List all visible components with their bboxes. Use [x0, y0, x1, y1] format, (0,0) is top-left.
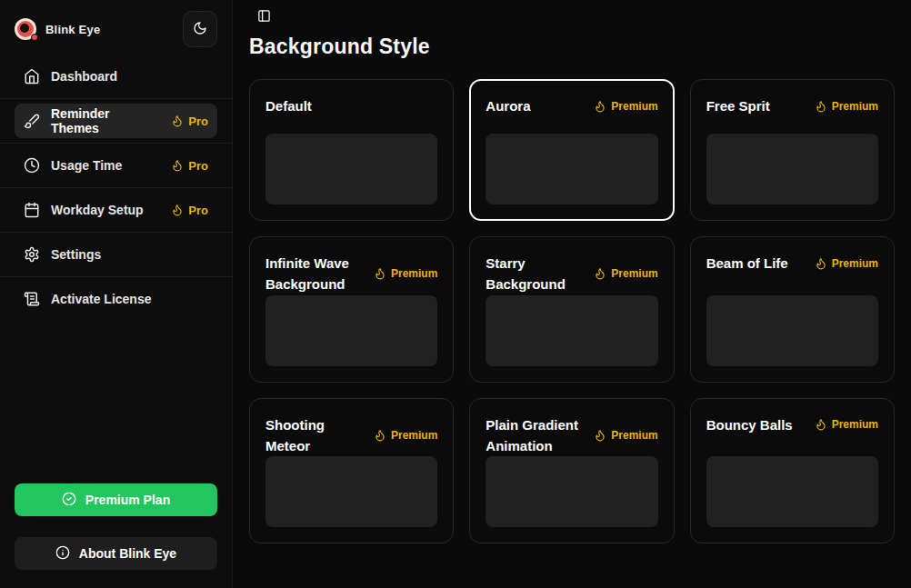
- theme-card-title: Beam of Life: [706, 253, 807, 274]
- theme-card-title: Infinite Wave Background: [265, 253, 366, 295]
- calendar-icon: [24, 202, 40, 218]
- divider: [0, 276, 232, 277]
- premium-plan-button[interactable]: Premium Plan: [15, 483, 217, 516]
- premium-badge: Premium: [374, 267, 437, 280]
- theme-preview: [706, 456, 878, 527]
- flame-icon: [594, 100, 606, 113]
- theme-card-aurora[interactable]: Aurora Premium: [469, 79, 674, 221]
- theme-preview: [265, 456, 437, 527]
- paintbrush-icon: [24, 113, 40, 129]
- sidebar-footer: Premium Plan About Blink Eye: [15, 483, 217, 570]
- page-title: Background Style: [249, 35, 895, 59]
- sidebar-item-label: Activate License: [51, 292, 152, 306]
- theme-card-shooting-meteor[interactable]: Shooting Meteor Premium: [249, 398, 454, 544]
- flame-icon: [171, 115, 184, 127]
- theme-card-title: Aurora: [486, 95, 586, 116]
- sidebar-item-dashboard[interactable]: Dashboard: [15, 59, 217, 94]
- theme-preview: [486, 456, 657, 527]
- sidebar-item-label: Usage Time: [51, 158, 122, 173]
- clock-icon: [24, 157, 40, 174]
- theme-card-free-sprit[interactable]: Free Sprit Premium: [690, 79, 895, 221]
- divider: [0, 187, 232, 188]
- sidebar-item-usage-time[interactable]: Usage Time Pro: [15, 148, 217, 183]
- sidebar-item-settings[interactable]: Settings: [15, 237, 217, 272]
- brand-name: Blink Eye: [45, 23, 100, 36]
- theme-card-title: Free Sprit: [706, 95, 807, 116]
- flame-icon: [815, 257, 827, 270]
- check-circle-icon: [62, 492, 76, 509]
- premium-badge: Premium: [815, 100, 878, 113]
- theme-card-starry-background[interactable]: Starry Background Premium: [469, 236, 674, 383]
- theme-preview: [706, 295, 878, 366]
- flame-icon: [374, 267, 386, 280]
- theme-preview: [486, 134, 657, 204]
- premium-badge: Premium: [815, 418, 878, 431]
- premium-badge: Premium: [594, 267, 657, 280]
- moon-icon: [193, 21, 207, 38]
- home-icon: [24, 68, 40, 85]
- brand: Blink Eye: [15, 18, 100, 40]
- theme-card-title: Plain Gradient Animation: [486, 414, 586, 457]
- sidebar-item-label: Workday Setup: [51, 203, 144, 217]
- divider: [0, 232, 232, 233]
- theme-card-infinite-wave-background[interactable]: Infinite Wave Background Premium: [249, 236, 454, 383]
- sidebar-nav: Dashboard Reminder Themes Pro Usage Time…: [15, 55, 217, 321]
- theme-card-beam-of-life[interactable]: Beam of Life Premium: [690, 236, 895, 383]
- flame-icon: [171, 204, 184, 216]
- theme-preview: [265, 295, 437, 366]
- sidebar-item-workday-setup[interactable]: Workday Setup Pro: [15, 193, 217, 227]
- flame-icon: [171, 159, 184, 172]
- main-content: Background Style Default Aurora Premium …: [233, 0, 911, 588]
- sidebar-header: Blink Eye: [15, 11, 217, 47]
- flame-icon: [815, 418, 827, 431]
- theme-card-plain-gradient-animation[interactable]: Plain Gradient Animation Premium: [469, 398, 674, 544]
- flame-icon: [374, 429, 386, 442]
- flame-icon: [594, 267, 606, 280]
- sidebar-item-label: Reminder Themes: [51, 106, 160, 135]
- theme-card-grid: Default Aurora Premium Free Sprit Premiu…: [249, 79, 895, 543]
- flame-icon: [815, 100, 827, 113]
- sidebar: Blink Eye Dashboard Reminder Themes Pro: [0, 0, 233, 588]
- theme-card-title: Shooting Meteor: [265, 414, 366, 457]
- sidebar-collapse-button[interactable]: [255, 9, 273, 25]
- info-icon: [55, 545, 70, 563]
- divider: [0, 98, 232, 99]
- premium-badge: Premium: [594, 100, 657, 113]
- theme-card-bouncy-balls[interactable]: Bouncy Balls Premium: [690, 398, 895, 544]
- theme-preview: [265, 134, 437, 204]
- theme-preview: [486, 295, 657, 366]
- panel-left-icon: [257, 12, 271, 25]
- theme-card-title: Starry Background: [486, 253, 586, 295]
- sidebar-item-activate-license[interactable]: Activate License: [15, 282, 217, 316]
- pro-badge: Pro: [171, 204, 208, 217]
- pro-badge: Pro: [171, 115, 208, 128]
- premium-badge: Premium: [594, 429, 657, 442]
- sidebar-item-label: Dashboard: [51, 69, 117, 84]
- theme-card-title: Default: [265, 95, 437, 116]
- theme-toggle-button[interactable]: [183, 11, 217, 47]
- premium-badge: Premium: [815, 257, 878, 270]
- theme-preview: [706, 134, 878, 204]
- pro-badge: Pro: [171, 159, 208, 173]
- sidebar-item-label: Settings: [51, 247, 101, 262]
- blink-eye-logo-icon: [15, 18, 36, 40]
- flame-icon: [594, 429, 606, 442]
- theme-card-title: Bouncy Balls: [706, 414, 807, 435]
- about-blink-eye-button[interactable]: About Blink Eye: [15, 537, 217, 570]
- license-icon: [24, 291, 40, 307]
- premium-badge: Premium: [374, 429, 437, 442]
- sidebar-item-reminder-themes[interactable]: Reminder Themes Pro: [15, 104, 217, 138]
- divider: [0, 143, 232, 144]
- gear-icon: [24, 246, 40, 263]
- theme-card-default[interactable]: Default: [249, 79, 454, 221]
